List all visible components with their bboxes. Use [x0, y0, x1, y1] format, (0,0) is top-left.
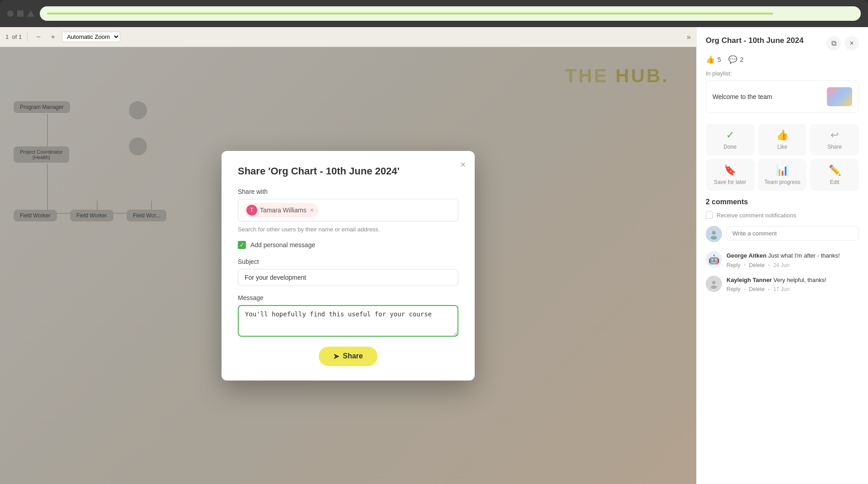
modal-close-btn[interactable]: ×: [460, 160, 466, 169]
comment-icon: 💬: [728, 55, 737, 64]
pdf-zoom-in-btn[interactable]: +: [47, 32, 58, 42]
playlist-thumbnail: [827, 87, 852, 106]
comment-item-kayleigh: Kayleigh Tanner Very helpful, thanks! Re…: [706, 276, 859, 293]
kayleigh-author: Kayleigh Tanner: [726, 277, 772, 283]
share-modal: Share 'Org Chart - 10th June 2024' × Sha…: [222, 151, 475, 381]
traffic-light-close[interactable]: [7, 10, 14, 17]
url-bar-progress: [47, 13, 773, 14]
george-comment-content: Just what I'm after - thanks!: [768, 252, 840, 259]
done-label: Done: [723, 144, 736, 150]
comments-section: 2 comments Receive comment notifications…: [697, 198, 868, 300]
share-with-label: Share with: [238, 188, 458, 195]
progress-icon: 📊: [776, 164, 788, 176]
george-comment-date: 24 Jun: [773, 262, 789, 268]
kayleigh-comment-date: 17 Jun: [773, 286, 789, 292]
pdf-zoom-select-wrapper[interactable]: Automatic Zoom 50% 75% 100%: [62, 32, 120, 42]
kayleigh-comment-actions: Reply Delete 17 Jun: [726, 286, 859, 292]
user-avatar-icon: T: [246, 205, 257, 216]
main-layout: 1 of 1 − + Automatic Zoom 50% 75% 100% »…: [0, 27, 868, 484]
action-save-btn[interactable]: 🔖 Save for later: [706, 159, 755, 191]
action-edit-btn[interactable]: ✏️ Edit: [810, 159, 859, 191]
george-comment-text: George Aitken Just what I'm after - than…: [726, 251, 859, 260]
comment-input[interactable]: [726, 226, 859, 241]
action-share-btn[interactable]: ↩ Share: [810, 124, 859, 155]
sidebar-header-actions: ⧉ ×: [826, 36, 859, 51]
like-label: Like: [777, 144, 787, 150]
pdf-viewer: 1 of 1 − + Automatic Zoom 50% 75% 100% »…: [0, 27, 696, 484]
george-comment-actions: Reply Delete 24 Jun: [726, 262, 859, 268]
org-chart-canvas: THE HUB. Program Manager Project Coordin…: [0, 47, 696, 484]
notif-checkbox[interactable]: [706, 211, 713, 219]
share-submit-btn[interactable]: ➤ Share: [319, 347, 377, 366]
sidebar-share-btn[interactable]: ⧉: [826, 36, 841, 51]
action-progress-btn[interactable]: 📊 Team progress: [758, 159, 807, 191]
url-bar[interactable]: [40, 6, 861, 21]
svg-point-8: [712, 281, 715, 284]
comment-item-george: 🤖 George Aitken Just what I'm after - th…: [706, 251, 859, 268]
sidebar-header: Org Chart - 10th June 2024 ⧉ ×: [697, 27, 868, 51]
playlist-title: Welcome to the team: [712, 93, 821, 100]
svg-point-6: [712, 231, 716, 235]
add-message-row[interactable]: ✓ Add personal message: [238, 241, 458, 249]
edit-label: Edit: [830, 179, 840, 185]
pdf-zoom-out-btn[interactable]: −: [33, 32, 44, 42]
george-avatar: 🤖: [706, 251, 722, 268]
sidebar-close-btn[interactable]: ×: [844, 36, 859, 51]
pdf-toolbar-divider: [27, 33, 28, 42]
comments-count: 2: [740, 56, 744, 63]
message-label: Message: [238, 294, 458, 301]
george-delete-btn[interactable]: Delete: [749, 262, 765, 268]
likes-count: 5: [717, 56, 721, 63]
right-sidebar: Org Chart - 10th June 2024 ⧉ × 👍 5 💬 2 I…: [696, 27, 868, 484]
user-tag-name: Tamara Williams: [260, 207, 307, 214]
save-label: Save for later: [714, 179, 746, 185]
notifications-row: Receive comment notifications: [706, 211, 859, 219]
modal-overlay: Share 'Org Chart - 10th June 2024' × Sha…: [0, 47, 696, 484]
add-message-checkbox[interactable]: ✓: [238, 241, 246, 249]
kayleigh-comment-text: Kayleigh Tanner Very helpful, thanks!: [726, 276, 859, 285]
comment-input-row: [706, 226, 859, 242]
like-icon: 👍: [776, 129, 788, 141]
message-textarea[interactable]: [238, 305, 458, 337]
sidebar-stats: 👍 5 💬 2: [697, 51, 868, 68]
kayleigh-avatar: [706, 276, 722, 292]
svg-point-9: [711, 285, 717, 288]
notif-label: Receive comment notifications: [717, 212, 796, 219]
george-reply-btn[interactable]: Reply: [726, 262, 741, 268]
action-like-btn[interactable]: 👍 Like: [758, 124, 807, 155]
user-tag-tamara: T Tamara Williams ×: [244, 203, 318, 217]
playlist-item[interactable]: Welcome to the team: [706, 80, 859, 113]
traffic-lights: [7, 10, 34, 17]
kayleigh-reply-btn[interactable]: Reply: [726, 286, 741, 292]
pdf-page-number: 1 of 1: [5, 33, 22, 40]
dot1: [744, 264, 745, 266]
share-btn-icon: ➤: [333, 352, 339, 361]
traffic-light-fullscreen[interactable]: [27, 10, 34, 17]
share-icon: ↩: [830, 129, 839, 141]
traffic-light-minimize[interactable]: [17, 10, 24, 17]
share-label: Share: [827, 144, 842, 150]
in-playlist-label: In playlist:: [697, 68, 868, 80]
kayleigh-comment-content: Very helpful, thanks!: [774, 277, 826, 283]
kayleigh-delete-btn[interactable]: Delete: [749, 286, 765, 292]
share-btn-label: Share: [343, 352, 363, 360]
likes-stat: 👍 5: [706, 55, 721, 64]
comments-header: 2 comments: [706, 198, 859, 206]
share-with-field[interactable]: T Tamara Williams ×: [238, 199, 458, 221]
user-tag-remove-btn[interactable]: ×: [310, 207, 314, 214]
george-comment-body: George Aitken Just what I'm after - than…: [726, 251, 859, 268]
pdf-zoom-select[interactable]: Automatic Zoom 50% 75% 100%: [62, 32, 120, 42]
subject-group: Subject: [238, 258, 458, 286]
sidebar-title: Org Chart - 10th June 2024: [706, 36, 821, 45]
save-icon: 🔖: [724, 164, 736, 176]
modal-title: Share 'Org Chart - 10th June 2024': [238, 165, 458, 177]
action-done-btn[interactable]: ✓ Done: [706, 124, 755, 155]
search-hint: Search for other users by their name or …: [238, 226, 458, 233]
subject-input[interactable]: [238, 269, 458, 286]
current-user-avatar: [706, 226, 722, 242]
svg-point-7: [711, 236, 717, 240]
pdf-toolbar-more-btn[interactable]: »: [687, 33, 691, 41]
dot3: [744, 289, 745, 290]
add-message-label: Add personal message: [250, 241, 315, 249]
george-author: George Aitken: [726, 252, 766, 259]
